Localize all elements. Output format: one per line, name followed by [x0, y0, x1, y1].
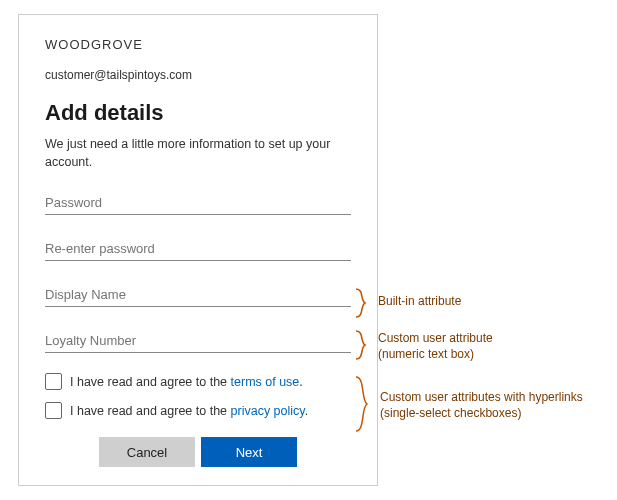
privacy-row: I have read and agree to the privacy pol… [45, 402, 351, 419]
annotation-line: (single-select checkboxes) [380, 406, 521, 420]
reenter-password-input[interactable] [45, 235, 351, 261]
terms-suffix: . [299, 375, 302, 389]
password-input[interactable] [45, 189, 351, 215]
privacy-suffix: . [305, 404, 308, 418]
terms-of-use-link[interactable]: terms of use [231, 375, 300, 389]
terms-label: I have read and agree to the terms of us… [70, 375, 303, 389]
page-title: Add details [45, 100, 351, 126]
brace-icon [355, 288, 373, 318]
annotation-line: Custom user attributes with hyperlinks [380, 390, 583, 404]
terms-prefix: I have read and agree to the [70, 375, 231, 389]
cancel-button[interactable]: Cancel [99, 437, 195, 467]
next-button[interactable]: Next [201, 437, 297, 467]
button-row: Cancel Next [45, 437, 351, 467]
signup-card: WOODGROVE customer@tailspintoys.com Add … [18, 14, 378, 486]
privacy-checkbox[interactable] [45, 402, 62, 419]
terms-row: I have read and agree to the terms of us… [45, 373, 351, 390]
loyalty-number-input[interactable] [45, 327, 351, 353]
annotation-custom-checks: Custom user attributes with hyperlinks (… [380, 390, 583, 421]
display-name-input[interactable] [45, 281, 351, 307]
brace-icon [355, 376, 375, 432]
annotation-line: Custom user attribute [378, 331, 493, 345]
terms-checkbox[interactable] [45, 373, 62, 390]
brand-name: WOODGROVE [45, 37, 351, 52]
annotation-builtin: Built-in attribute [378, 294, 461, 310]
privacy-prefix: I have read and agree to the [70, 404, 231, 418]
privacy-label: I have read and agree to the privacy pol… [70, 404, 308, 418]
page-subtitle: We just need a little more information t… [45, 136, 345, 171]
privacy-policy-link[interactable]: privacy policy [231, 404, 305, 418]
annotation-line: (numeric text box) [378, 347, 474, 361]
annotation-custom-numeric: Custom user attribute (numeric text box) [378, 331, 493, 362]
user-email: customer@tailspintoys.com [45, 68, 351, 82]
brace-icon [355, 330, 373, 360]
